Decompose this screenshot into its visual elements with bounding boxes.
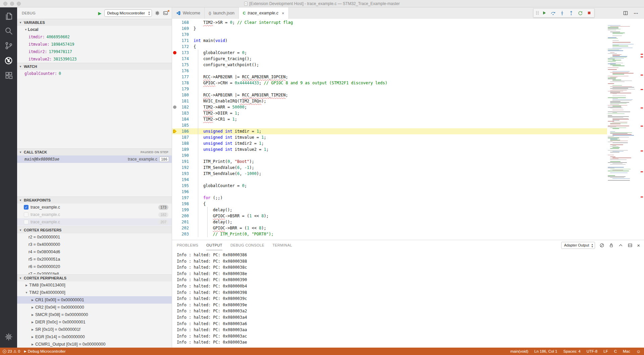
code-line[interactable]: 173 globalCounter = 0; [172, 50, 607, 56]
code-line[interactable]: 195 globalCounter = 0; [172, 183, 607, 189]
code-line[interactable]: 199 delay(); [172, 207, 607, 213]
panel-tab-output[interactable]: OUTPUT [206, 240, 222, 250]
gutter-breakpoint-area[interactable] [172, 116, 177, 122]
variables-section-header[interactable]: ▼VARIABLES [17, 19, 172, 26]
gutter-breakpoint-area[interactable] [172, 134, 177, 140]
peripheral-row[interactable]: ▼TIM2 [0x40000000] [17, 289, 172, 296]
variable-row[interactable]: itmvalue2:3815390123 [17, 55, 172, 63]
code-line[interactable]: 172{ [172, 44, 607, 50]
breakpoint-row[interactable]: trace_example.c182 [17, 211, 172, 218]
minimize-window-button[interactable] [10, 2, 14, 6]
code-line[interactable]: 175 configure_watchpoint(); [172, 62, 607, 68]
panel-tab-problems[interactable]: PROBLEMS [177, 240, 198, 250]
code-line[interactable]: 197 for (;;) [172, 195, 607, 201]
peripheral-row[interactable]: ▶SMCR [0x08] = 0x00000000 [17, 311, 172, 318]
gutter-breakpoint-area[interactable] [172, 207, 177, 213]
code-line[interactable]: 193 ITM_SendValue(6, -1000); [172, 171, 607, 177]
code-line[interactable]: 182 TIM2->ARR = 50000; [172, 104, 607, 110]
activity-debug-icon[interactable] [0, 53, 17, 68]
gutter-breakpoint-area[interactable] [172, 86, 177, 92]
registers-section-header[interactable]: ▼CORTEX REGISTERS [17, 227, 172, 233]
register-row[interactable]: r7 = 0x20001fe8 [17, 270, 172, 274]
debug-config-dropdown[interactable]: Debug Microcontroller ▲▼ [104, 9, 152, 17]
maximize-panel-icon[interactable] [618, 243, 623, 248]
move-panel-icon[interactable] [628, 243, 633, 248]
register-row[interactable]: r3 = 0x40000000 [17, 241, 172, 248]
peripheral-row[interactable]: ▶SR [0x10] = 0x0000001f [17, 326, 172, 333]
gutter-breakpoint-area[interactable] [172, 80, 177, 86]
status-item[interactable]: Spaces: 4 [564, 349, 581, 353]
stop-button[interactable] [587, 10, 592, 15]
gutter-breakpoint-area[interactable] [172, 26, 177, 32]
split-editor-icon[interactable] [623, 10, 628, 16]
activity-source-control-icon[interactable] [0, 38, 17, 53]
peripheral-row[interactable]: ▶CCMR1_Output [0x18] = 0x00000000 [17, 341, 172, 348]
code-line[interactable]: 185 [172, 122, 607, 128]
peripheral-row[interactable]: ▶TIM8 [0x40013400] [17, 281, 172, 289]
gutter-breakpoint-area[interactable] [172, 92, 177, 98]
code-line[interactable]: 196 [172, 189, 607, 195]
code-line[interactable]: 183 TIM2->DIER = 1; [172, 110, 607, 116]
gutter-breakpoint-area[interactable] [172, 146, 177, 152]
gutter-breakpoint-area[interactable] [172, 171, 177, 177]
gutter-breakpoint-area[interactable] [172, 104, 177, 110]
disabled-breakpoint-icon[interactable] [173, 105, 176, 109]
watch-section-header[interactable]: ▼WATCH [17, 63, 172, 70]
zoom-window-button[interactable] [17, 2, 21, 6]
close-tab-icon[interactable]: × [282, 11, 284, 16]
window-controls[interactable] [3, 2, 21, 6]
settings-gear-icon[interactable] [0, 329, 17, 344]
code-line[interactable]: 174 configure_tracing(); [172, 56, 607, 62]
breakpoint-row[interactable]: trace_example.c207 [17, 218, 172, 226]
gutter-breakpoint-area[interactable] [172, 165, 177, 171]
tab-trace_example-c[interactable]: Ctrace_example.c× [239, 7, 289, 19]
status-item[interactable]: main(void) [510, 349, 528, 353]
gutter-breakpoint-area[interactable] [172, 225, 177, 231]
code-line[interactable]: 176 [172, 68, 607, 74]
peripheral-row[interactable]: ▶DIER [0x0c] = 0x00000001 [17, 318, 172, 326]
code-line[interactable]: 180 RCC->APB1ENR |= RCC_APB1ENR_TIM2EN; [172, 92, 607, 98]
status-item[interactable]: C [614, 349, 617, 353]
panel-tab-terminal[interactable]: TERMINAL [272, 240, 292, 250]
problems-status[interactable]: × 23 ⚠ 0 [3, 349, 20, 353]
code-line[interactable]: 202 GPIOC->BRR = (1 << 8); [172, 225, 607, 231]
code-line[interactable]: 201 delay(); [172, 219, 607, 225]
stack-frame-row[interactable]: main@0x080003aetrace_example.c186 [17, 156, 172, 163]
peripherals-section-header[interactable]: ▼CORTEX PERIPHERALS [17, 275, 172, 281]
start-debug-button[interactable]: ▶ [98, 11, 102, 16]
code-area[interactable]: 168 TIM2->SR = 0; // Clear interrupt fla… [172, 19, 607, 240]
code-line[interactable]: 186 unsigned int itmdir = 1; [172, 128, 607, 134]
register-row[interactable]: r5 = 0x2000051a [17, 256, 172, 263]
gutter-breakpoint-area[interactable] [172, 122, 177, 128]
gutter-breakpoint-area[interactable] [172, 231, 177, 237]
gutter-breakpoint-area[interactable] [172, 74, 177, 80]
step-out-button[interactable] [569, 10, 574, 16]
minimap[interactable] [607, 19, 639, 240]
code-line[interactable]: 168 TIM2->SR = 0; // Clear interrupt fla… [172, 19, 607, 26]
close-panel-icon[interactable]: × [637, 243, 640, 248]
output-log[interactable]: Info : halted: PC: 0x08000386Info : halt… [172, 250, 644, 348]
configure-gear-icon[interactable] [155, 10, 160, 16]
panel-tab-debug-console[interactable]: DEBUG CONSOLE [230, 240, 264, 250]
variable-row[interactable]: itmvalue:1898457419 [17, 41, 172, 48]
lock-scroll-icon[interactable] [609, 243, 614, 248]
gutter-breakpoint-area[interactable] [172, 98, 177, 104]
tab-launch-json[interactable]: {}launch.json [205, 7, 239, 19]
step-into-button[interactable] [559, 10, 565, 16]
breakpoint-row[interactable]: ✓trace_example.c173 [17, 204, 172, 211]
gutter-breakpoint-area[interactable] [172, 44, 177, 50]
breakpoint-checkbox[interactable]: ✓ [24, 205, 29, 210]
register-row[interactable]: r2 = 0x00000001 [17, 233, 172, 241]
activity-extensions-icon[interactable] [0, 68, 17, 83]
gutter-breakpoint-area[interactable] [172, 32, 177, 38]
gutter-breakpoint-area[interactable] [172, 56, 177, 62]
code-line[interactable]: 178 GPIOC->CRH = 0x44444433; // GPIOC 8 … [172, 80, 607, 86]
code-line[interactable]: 189 unsigned int itmvalue2 = 1; [172, 146, 607, 152]
breakpoint-checkbox[interactable] [24, 220, 29, 224]
breakpoint-icon[interactable] [173, 51, 176, 54]
output-channel-dropdown[interactable]: Adapter Output ▲▼ [561, 242, 595, 249]
activity-search-icon[interactable] [0, 24, 17, 38]
code-line[interactable]: 190 [172, 152, 607, 159]
gutter-breakpoint-area[interactable] [172, 213, 177, 219]
gutter-breakpoint-area[interactable] [172, 159, 177, 165]
